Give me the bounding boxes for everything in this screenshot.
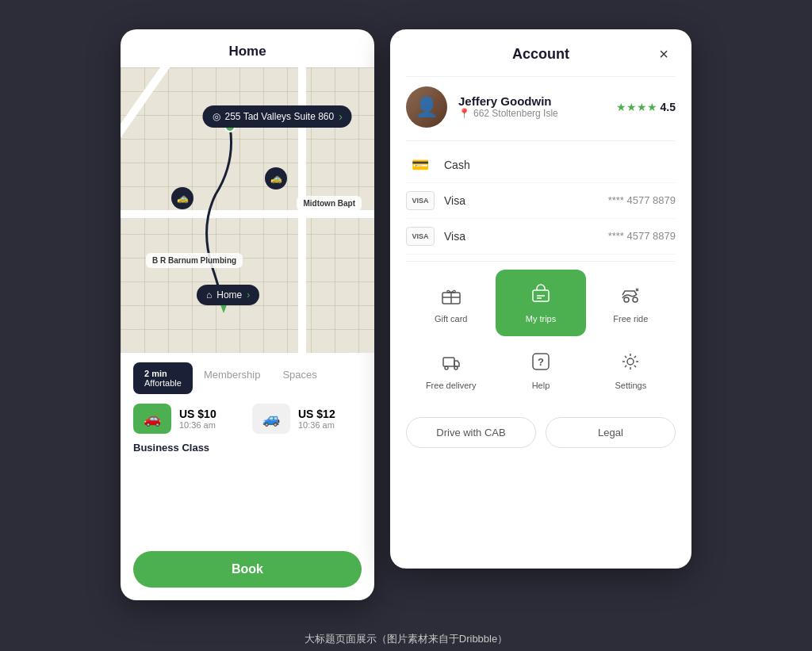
user-name: Jeffery Goodwin: [458, 94, 558, 108]
my-trips-icon: [528, 282, 553, 308]
tab-membership-label: Membership: [204, 369, 261, 381]
rating-value: 4.5: [661, 101, 676, 113]
svg-point-6: [633, 297, 638, 302]
map-car-2: 🚕: [265, 167, 287, 190]
gift-card-label: Gift card: [435, 314, 468, 324]
payment-item-visa2[interactable]: VISA Visa **** 4577 8879: [406, 219, 676, 255]
tab-spaces-label: Spaces: [282, 369, 316, 381]
tab-spaces[interactable]: Spaces: [271, 362, 327, 394]
svg-point-7: [624, 297, 629, 302]
svg-point-12: [454, 366, 458, 370]
tab-label: Affortable: [144, 378, 182, 388]
payment-visa2-name: Visa: [444, 230, 599, 243]
free-ride-label: Free ride: [613, 314, 648, 324]
payment-cash-name: Cash: [444, 159, 676, 171]
cash-icon: 💳: [406, 155, 435, 174]
ride-tabs: 2 min Affortable Membership Spaces: [133, 362, 362, 394]
svg-text:?: ?: [538, 356, 544, 368]
phone-left: Home ◎ 255 Tad Valleys Suite 860 ›: [121, 29, 374, 600]
free-ride-icon: [618, 282, 643, 308]
payment-list: 💳 Cash VISA Visa **** 4577 8879 VISA Vis…: [390, 141, 691, 261]
map-label-midtown: Midtown Bapt: [297, 196, 362, 211]
map-container: ◎ 255 Tad Valleys Suite 860 › 🚕 🚕 Midtow…: [121, 67, 374, 353]
ride-icon-1: 🚗: [133, 404, 171, 434]
payment-visa1-name: Visa: [444, 194, 599, 207]
user-address-text: 662 Stoltenberg Isle: [473, 108, 558, 119]
close-button[interactable]: ×: [652, 45, 676, 63]
map-car-1: 🚕: [171, 187, 193, 209]
svg-point-11: [445, 366, 448, 370]
legal-button[interactable]: Legal: [546, 417, 676, 448]
svg-rect-10: [443, 358, 454, 366]
ride-time-2: 10:36 am: [298, 420, 335, 430]
pin-icon: 📍: [458, 108, 470, 119]
visa-icon-1: VISA: [406, 191, 435, 210]
svg-point-15: [627, 358, 634, 365]
home-chevron-icon: ›: [247, 289, 250, 301]
payment-item-visa1[interactable]: VISA Visa **** 4577 8879: [406, 183, 676, 219]
payment-visa2-number: **** 4577 8879: [608, 230, 676, 242]
ride-card-2[interactable]: 🚙 US $12 10:36 am: [252, 404, 362, 434]
payment-item-cash[interactable]: 💳 Cash: [406, 147, 676, 183]
account-title: Account: [430, 46, 652, 63]
chevron-icon: ›: [339, 110, 343, 123]
user-info: Jeffery Goodwin 📍 662 Stoltenberg Isle: [458, 94, 558, 119]
ride-class-label: Business Class: [133, 442, 362, 454]
account-header: Account ×: [390, 29, 691, 76]
help-label: Help: [532, 381, 550, 390]
help-icon: ?: [528, 349, 553, 374]
bottom-buttons: Drive with CAB Legal: [406, 417, 676, 448]
rating-stars: ★★★★: [616, 101, 657, 113]
avatar: 👤: [406, 86, 447, 128]
drive-with-cab-button[interactable]: Drive with CAB: [406, 417, 536, 448]
settings-label: Settings: [615, 381, 646, 390]
home-icon: ⌂: [206, 289, 212, 301]
ride-options: 2 min Affortable Membership Spaces 🚗 US …: [121, 353, 374, 551]
phone-right: Account × 👤 Jeffery Goodwin 📍 662 Stolte…: [390, 29, 691, 569]
book-button[interactable]: Book: [133, 551, 362, 588]
location-badge[interactable]: ◎ 255 Tad Valleys Suite 860 ›: [203, 105, 352, 128]
menu-grid: Gift card My trips: [406, 270, 676, 403]
gift-card-icon: [439, 282, 464, 308]
settings-icon: [618, 349, 643, 374]
menu-item-settings[interactable]: Settings: [586, 336, 676, 403]
free-delivery-icon: [439, 349, 464, 374]
location-text: 255 Tad Valleys Suite 860: [225, 111, 335, 122]
home-badge-text: Home: [216, 289, 242, 301]
tab-affordable[interactable]: 2 min Affortable: [133, 362, 193, 394]
user-profile: 👤 Jeffery Goodwin 📍 662 Stoltenberg Isle…: [390, 77, 691, 140]
ride-card-1[interactable]: 🚗 US $10 10:36 am: [133, 404, 243, 434]
page-caption: 大标题页面展示（图片素材来自于Dribbble）: [304, 632, 508, 646]
menu-item-my-trips[interactable]: My trips: [496, 270, 585, 336]
left-phone-title: Home: [121, 29, 374, 67]
ride-icon-2: 🚙: [252, 404, 290, 434]
map-poi-barnum: B R Barnum Plumbing: [146, 253, 243, 268]
tab-membership[interactable]: Membership: [193, 362, 272, 394]
user-rating: ★★★★ 4.5: [616, 101, 676, 113]
menu-item-help[interactable]: ? Help: [496, 336, 585, 403]
payment-divider: [406, 261, 676, 262]
ride-time-1: 10:36 am: [179, 420, 216, 430]
menu-item-free-delivery[interactable]: Free delivery: [406, 336, 496, 403]
my-trips-label: My trips: [526, 314, 557, 324]
visa-icon-2: VISA: [406, 227, 435, 246]
ride-price-1: US $10: [179, 408, 216, 420]
home-badge[interactable]: ⌂ Home ›: [197, 285, 259, 305]
menu-item-gift-card[interactable]: Gift card: [406, 270, 496, 336]
ride-cards: 🚗 US $10 10:36 am 🚙 US $12 10:36 am: [133, 404, 362, 434]
location-icon: ◎: [213, 111, 220, 122]
menu-item-free-ride[interactable]: Free ride: [586, 270, 676, 336]
user-address: 📍 662 Stoltenberg Isle: [458, 108, 558, 119]
ride-price-2: US $12: [298, 408, 335, 420]
main-container: Home ◎ 255 Tad Valleys Suite 860 ›: [97, 6, 715, 624]
tab-time: 2 min: [144, 369, 182, 378]
avatar-image: 👤: [406, 86, 447, 128]
free-delivery-label: Free delivery: [426, 381, 477, 390]
payment-visa1-number: **** 4577 8879: [608, 194, 676, 206]
